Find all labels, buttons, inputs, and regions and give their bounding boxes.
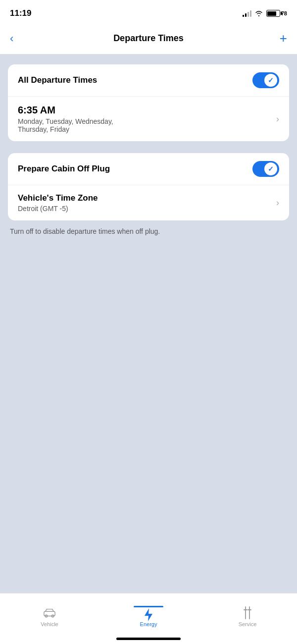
toggle-check-icon-2: ✓ bbox=[268, 165, 274, 173]
departure-time-value: 6:35 AM bbox=[18, 105, 271, 116]
tab-service-label: Service bbox=[239, 621, 257, 627]
back-button[interactable]: ‹ bbox=[10, 32, 25, 45]
toggle-knob-2: ✓ bbox=[264, 162, 277, 175]
home-indicator-bar bbox=[116, 638, 181, 640]
home-indicator bbox=[0, 638, 297, 644]
signal-icon bbox=[243, 10, 251, 17]
service-icon bbox=[241, 606, 254, 619]
all-departure-times-toggle[interactable]: ✓ bbox=[252, 72, 279, 88]
prepare-cabin-toggle[interactable]: ✓ bbox=[252, 161, 279, 177]
departure-days: Monday, Tuesday, Wednesday,Thursday, Fri… bbox=[18, 117, 271, 133]
timezone-label: Vehicle's Time Zone bbox=[18, 193, 271, 203]
page-title: Departure Times bbox=[113, 33, 184, 44]
tab-energy-label: Energy bbox=[140, 621, 157, 627]
departure-time-content: 6:35 AM Monday, Tuesday, Wednesday,Thurs… bbox=[18, 105, 271, 133]
battery-icon: 78 bbox=[266, 10, 287, 17]
all-departure-times-card: All Departure Times ✓ 6:35 AM Monday, Tu… bbox=[8, 64, 289, 141]
timezone-value: Detroit (GMT -5) bbox=[18, 205, 271, 213]
tab-service[interactable]: Service bbox=[198, 606, 297, 627]
status-time: 11:19 bbox=[10, 8, 31, 18]
all-departure-times-row: All Departure Times ✓ bbox=[8, 64, 289, 97]
all-departure-times-label: All Departure Times bbox=[18, 75, 97, 85]
status-bar: 11:19 78 bbox=[0, 0, 297, 25]
tab-vehicle-label: Vehicle bbox=[41, 621, 58, 627]
chevron-right-icon: › bbox=[276, 114, 279, 124]
tab-vehicle[interactable]: Vehicle bbox=[0, 606, 99, 627]
timezone-chevron-icon: › bbox=[276, 198, 279, 208]
status-icons: 78 bbox=[243, 10, 287, 17]
cabin-settings-card-group: Prepare Cabin Off Plug ✓ Vehicle's Time … bbox=[8, 153, 289, 237]
timezone-content: Vehicle's Time Zone Detroit (GMT -5) bbox=[18, 193, 271, 213]
nav-bar: ‹ Departure Times + bbox=[0, 25, 297, 54]
vehicle-icon bbox=[43, 606, 56, 619]
prepare-cabin-label: Prepare Cabin Off Plug bbox=[18, 164, 110, 174]
tab-bar: Vehicle Energy Service bbox=[0, 593, 297, 638]
departure-times-card-group: All Departure Times ✓ 6:35 AM Monday, Tu… bbox=[8, 64, 289, 143]
tab-active-indicator bbox=[134, 606, 163, 607]
add-button[interactable]: + bbox=[272, 31, 287, 46]
timezone-row[interactable]: Vehicle's Time Zone Detroit (GMT -5) › bbox=[8, 185, 289, 220]
cabin-settings-card: Prepare Cabin Off Plug ✓ Vehicle's Time … bbox=[8, 153, 289, 220]
wifi-icon bbox=[254, 10, 263, 17]
energy-icon bbox=[142, 608, 155, 621]
toggle-knob: ✓ bbox=[264, 74, 277, 87]
tab-energy[interactable]: Energy bbox=[99, 606, 198, 627]
prepare-cabin-row: Prepare Cabin Off Plug ✓ bbox=[8, 153, 289, 185]
toggle-check-icon: ✓ bbox=[268, 76, 274, 84]
departure-time-row[interactable]: 6:35 AM Monday, Tuesday, Wednesday,Thurs… bbox=[8, 97, 289, 141]
helper-text: Turn off to disable departure times when… bbox=[8, 222, 289, 237]
content-area: All Departure Times ✓ 6:35 AM Monday, Tu… bbox=[0, 54, 297, 593]
energy-tab-wrapper: Energy bbox=[134, 606, 163, 627]
